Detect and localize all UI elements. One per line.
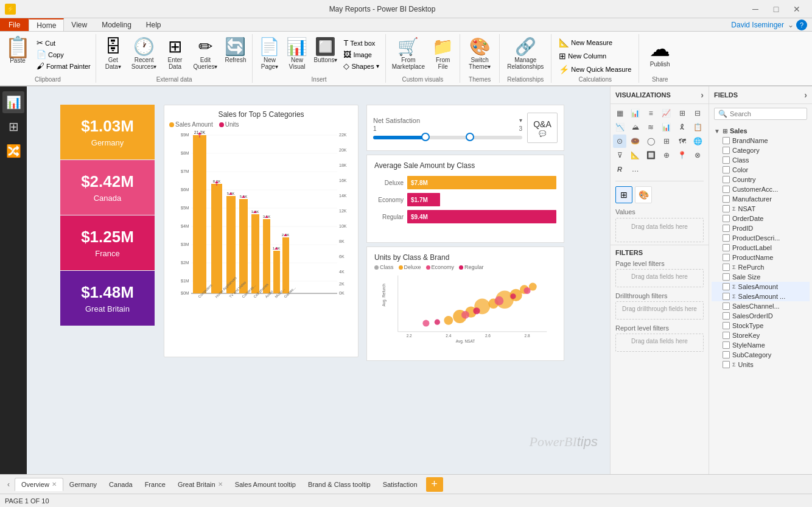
field-salesamount[interactable]: Σ SalesAmount <box>712 282 810 292</box>
kpi-card-france[interactable]: $1.25M France <box>60 215 155 270</box>
drag-fields-area[interactable]: Drag data fields here <box>615 218 704 242</box>
tab-home[interactable]: Home <box>29 18 64 31</box>
viz-icon-custom-r[interactable]: R <box>613 163 626 176</box>
slider[interactable] <box>373 136 522 139</box>
tab-overview-close[interactable]: ✕ <box>52 481 57 488</box>
field-salesize[interactable]: Sale Size <box>712 272 810 282</box>
viz-icon-pie[interactable]: 🍩 <box>629 135 642 148</box>
viz-fields-icon[interactable]: ⊞ <box>615 186 632 203</box>
edit-queries-button[interactable]: ✏ Edit Queries▾ <box>191 35 220 71</box>
field-subcategory[interactable]: SubCategory <box>712 350 810 360</box>
field-customeracc[interactable]: CustomerAcc... <box>712 184 810 194</box>
tab-great-britain[interactable]: Great Britain ✕ <box>172 478 229 491</box>
tab-brand-class-tooltip[interactable]: Brand & Class tooltip <box>302 478 377 491</box>
field-salesamount2[interactable]: Σ SalesAmount ... <box>712 292 810 301</box>
viz-icon-line[interactable]: 📉 <box>613 121 626 134</box>
sidebar-icon-relationships[interactable]: 🔀 <box>2 140 24 162</box>
drag-drill-area[interactable]: Drag drillthrough fields here <box>615 301 704 320</box>
tree-group-header-sales[interactable]: ▼ ⊞ Sales <box>712 126 810 136</box>
kpi-card-canada[interactable]: $2.42M Canada <box>60 160 155 215</box>
slider-thumb-left[interactable] <box>421 133 430 141</box>
viz-icon-stacked-bar[interactable]: ▦ <box>613 107 626 120</box>
viz-icon-line-col[interactable]: 📊 <box>660 121 673 134</box>
field-repurch[interactable]: Σ RePurch <box>712 262 810 272</box>
field-country[interactable]: Country <box>712 175 810 184</box>
new-quick-measure-button[interactable]: ⚡ New Quick Measure <box>555 63 635 75</box>
cut-button[interactable]: ✂ Cut <box>34 38 93 48</box>
field-class[interactable]: Class <box>712 155 810 165</box>
viz-icon-waterfall[interactable]: 📋 <box>691 121 704 134</box>
field-prodid[interactable]: ProdID <box>712 223 810 233</box>
paste-button[interactable]: 📋 Paste <box>2 35 33 65</box>
field-stylename[interactable]: StyleName <box>712 340 810 350</box>
tab-sales-tooltip[interactable]: Sales Amount tooltip <box>229 478 302 491</box>
viz-icon-filled-map[interactable]: 🌐 <box>691 135 704 148</box>
drag-report-area[interactable]: Drag data fields here <box>615 334 704 352</box>
fields-chevron[interactable]: › <box>804 90 807 100</box>
viz-icon-slicer[interactable]: ⊗ <box>691 149 704 162</box>
viz-icon-clustered-col[interactable]: 📈 <box>660 107 673 120</box>
tab-help[interactable]: Help <box>139 18 169 31</box>
tab-canada[interactable]: Canada <box>103 478 139 491</box>
enter-data-button[interactable]: ⊞ Enter Data <box>161 35 188 71</box>
file-tab[interactable]: File <box>0 18 29 31</box>
add-page-button[interactable]: + <box>426 477 443 492</box>
field-nsat[interactable]: Σ NSAT <box>712 204 810 214</box>
viz-icon-funnel[interactable]: ⊽ <box>613 149 626 162</box>
viz-icon-100bar[interactable]: ≡ <box>644 107 657 120</box>
viz-format-icon[interactable]: 🎨 <box>635 186 652 203</box>
slider-thumb-right[interactable] <box>466 133 474 141</box>
field-salesorderid[interactable]: SalesOrderID <box>712 311 810 321</box>
field-productname[interactable]: ProductName <box>712 253 810 262</box>
viz-icon-stacked-area[interactable]: ≋ <box>644 121 657 134</box>
viz-icon-card[interactable]: 🔲 <box>644 149 657 162</box>
viz-icon-gauge[interactable]: 📐 <box>629 149 642 162</box>
new-page-button[interactable]: 📄 New Page▾ <box>256 35 282 71</box>
help-button[interactable]: ? <box>796 19 807 30</box>
maximize-button[interactable]: □ <box>766 2 786 16</box>
field-manufacturer[interactable]: Manufacturer <box>712 194 810 204</box>
tab-france[interactable]: France <box>139 478 172 491</box>
kpi-card-great-britain[interactable]: $1.48M Great Britain <box>60 271 155 326</box>
get-data-button[interactable]: 🗄 Get Data▾ <box>100 35 127 71</box>
tab-view[interactable]: View <box>64 18 94 31</box>
tab-modeling[interactable]: Modeling <box>94 18 139 31</box>
viz-icon-more[interactable]: … <box>629 163 642 176</box>
tab-scroll-left[interactable]: ‹ <box>2 477 15 492</box>
viz-icon-scatter[interactable]: ⊙ <box>613 135 626 148</box>
qa-button[interactable]: Q&A 💬 <box>527 113 558 143</box>
viz-icon-bar[interactable]: 📊 <box>629 107 642 120</box>
tab-germany[interactable]: Germany <box>63 478 103 491</box>
refresh-button[interactable]: 🔄 Refresh <box>222 35 248 65</box>
viz-icon-multicard[interactable]: ⊕ <box>660 149 673 162</box>
viz-icon-kpi[interactable]: 📍 <box>676 149 689 162</box>
kpi-card-germany[interactable]: $1.03M Germany <box>60 105 155 159</box>
from-marketplace-button[interactable]: 🛒 From Marketplace <box>390 35 427 71</box>
field-saleschannel[interactable]: SalesChannel... <box>712 301 810 311</box>
field-productlabel[interactable]: ProductLabel <box>712 243 810 253</box>
fields-search-input[interactable] <box>730 110 812 117</box>
format-painter-button[interactable]: 🖌 Format Painter <box>34 61 93 71</box>
sidebar-icon-data[interactable]: ⊞ <box>2 116 24 138</box>
from-file-button[interactable]: 📁 From File <box>430 35 456 71</box>
minimize-button[interactable]: ─ <box>745 2 766 16</box>
copy-button[interactable]: 📄 Copy <box>34 49 93 60</box>
viz-icon-area[interactable]: ⛰ <box>629 121 642 134</box>
viz-icon-ribbon[interactable]: 🎗 <box>676 121 689 134</box>
viz-icon-treemap[interactable]: ⊞ <box>660 135 673 148</box>
viz-icon-matrix[interactable]: ⊟ <box>691 107 704 120</box>
switch-theme-button[interactable]: 🎨 Switch Theme▾ <box>464 35 495 71</box>
viz-icon-donut[interactable]: ◯ <box>644 135 657 148</box>
field-color[interactable]: Color <box>712 165 810 175</box>
viz-icon-map[interactable]: 🗺 <box>676 135 689 148</box>
text-box-button[interactable]: T Text box <box>341 38 381 48</box>
new-column-button[interactable]: ⊞ New Column <box>555 50 635 62</box>
tab-great-britain-close[interactable]: ✕ <box>218 481 223 488</box>
drag-page-area[interactable]: Drag data fields here <box>615 269 704 287</box>
viz-chevron[interactable]: › <box>701 90 704 100</box>
tab-overview[interactable]: Overview ✕ <box>15 478 63 491</box>
buttons-button[interactable]: 🔲 Buttons▾ <box>311 35 340 65</box>
field-productdescri[interactable]: ProductDescri... <box>712 233 810 243</box>
field-brandname[interactable]: BrandName <box>712 136 810 145</box>
user-expand-icon[interactable]: ⌄ <box>788 18 796 31</box>
